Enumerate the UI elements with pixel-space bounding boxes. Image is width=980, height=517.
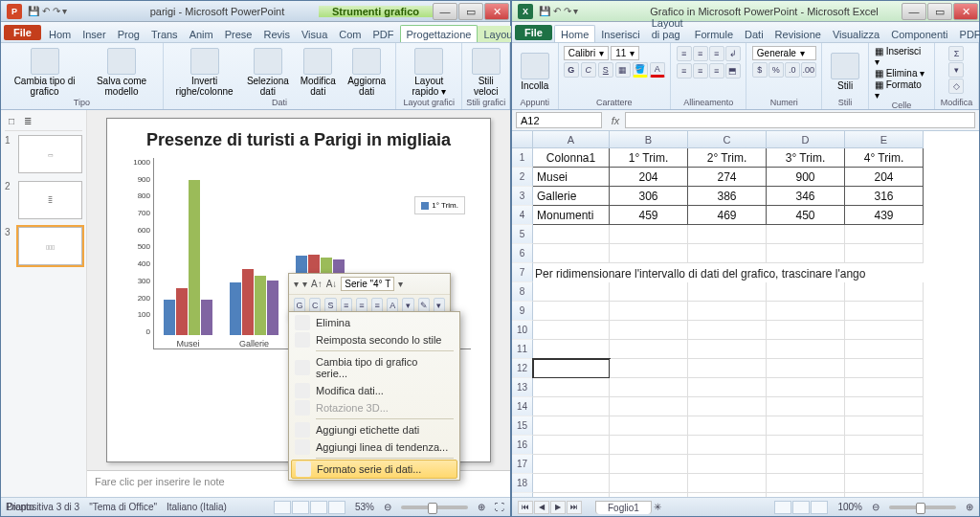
cell[interactable] (845, 359, 924, 378)
context-menu[interactable]: EliminaReimposta secondo lo stileCambia … (288, 311, 460, 481)
cell[interactable]: Gallerie (533, 187, 610, 206)
save-template-button[interactable]: Salva come modello (86, 48, 157, 97)
cell[interactable] (610, 340, 688, 359)
cell[interactable] (845, 397, 924, 416)
cell[interactable] (688, 416, 767, 436)
cell[interactable] (688, 244, 767, 263)
cell[interactable] (688, 340, 767, 359)
paste-button[interactable]: Incolla (518, 53, 552, 91)
cell[interactable]: 316 (845, 187, 924, 206)
bar-Gallerie-4° Trim.[interactable] (267, 281, 278, 335)
cell[interactable] (845, 282, 924, 302)
cell[interactable]: 450 (767, 206, 845, 225)
cell[interactable] (845, 455, 924, 474)
qat[interactable]: 💾 ↶ ↷ ▾ (28, 6, 67, 16)
cell[interactable] (767, 321, 845, 340)
cell[interactable] (610, 436, 688, 455)
cell[interactable]: 204 (845, 168, 924, 187)
col-header[interactable]: A (533, 131, 610, 148)
refresh-data-button[interactable]: Aggiorna dati (344, 48, 390, 97)
tab-anim[interactable]: Anim (184, 26, 219, 42)
italic-button[interactable]: C (581, 62, 596, 78)
cell[interactable]: 2° Trim. (688, 148, 767, 168)
cell[interactable] (845, 225, 924, 244)
tab-file[interactable]: File (4, 25, 41, 40)
thumb-1[interactable]: 1▭ (5, 135, 82, 173)
bar-Musei-3° Trim.[interactable] (189, 180, 200, 335)
series-selector[interactable] (341, 277, 394, 291)
col-header[interactable]: D (767, 131, 845, 148)
border-button[interactable]: ▦ (615, 62, 631, 78)
cell[interactable] (688, 455, 767, 474)
cell[interactable] (688, 493, 767, 497)
menu-item[interactable]: Formato serie di dati... (291, 460, 457, 479)
cell[interactable]: Colonna1 (533, 148, 610, 168)
cell[interactable] (610, 474, 688, 493)
cell[interactable] (688, 378, 767, 397)
cell[interactable] (767, 302, 845, 321)
cell[interactable] (688, 282, 767, 302)
cell[interactable] (610, 244, 688, 263)
cell[interactable] (688, 474, 767, 493)
row-header[interactable]: 13 (512, 378, 533, 397)
cell[interactable]: Monumenti (533, 206, 610, 225)
font-color-button[interactable]: A (650, 62, 665, 78)
number-format-select[interactable]: Generale▾ (752, 46, 816, 60)
cell[interactable] (533, 455, 610, 474)
cell[interactable] (533, 321, 610, 340)
menu-item[interactable]: Modifica dati... (291, 382, 457, 399)
xl-view-buttons[interactable] (774, 501, 828, 514)
fill-color-button[interactable]: 🪣 (633, 62, 648, 78)
xl-tab-file[interactable]: File (515, 25, 552, 40)
cell[interactable] (688, 359, 767, 378)
view-buttons[interactable] (274, 501, 345, 514)
cell[interactable] (767, 244, 845, 263)
tab-review[interactable]: Revis (257, 26, 296, 42)
cell[interactable] (767, 474, 845, 493)
cell[interactable] (688, 321, 767, 340)
row-header[interactable]: 9 (512, 302, 533, 321)
name-box[interactable] (516, 112, 602, 128)
row-header[interactable]: 15 (512, 416, 533, 436)
minimize-button[interactable]: — (433, 3, 457, 20)
xl-minimize-button[interactable]: — (902, 3, 926, 20)
cell[interactable]: 346 (767, 187, 845, 206)
row-header[interactable]: 10 (512, 321, 533, 340)
thumb-2[interactable]: 2≣ (5, 181, 82, 219)
xl-close-button[interactable]: ✕ (953, 3, 978, 20)
tab-view[interactable]: Visua (296, 26, 333, 42)
xl-tab-review[interactable]: Revisione (769, 26, 827, 42)
bar-Musei-1° Trim.[interactable] (164, 300, 175, 335)
chart-legend[interactable]: 1° Trim. (414, 196, 465, 214)
tab-pdf[interactable]: PDF (368, 26, 400, 42)
cell[interactable] (533, 340, 610, 359)
cell[interactable] (533, 225, 610, 244)
row-header[interactable]: 16 (512, 436, 533, 455)
tab-home[interactable]: Hom (43, 26, 77, 42)
bar-Musei-2° Trim.[interactable] (176, 288, 188, 335)
clear-button[interactable]: ◇ (948, 79, 964, 94)
cell[interactable] (845, 416, 924, 436)
insert-cells-button[interactable]: ▦ Inserisci ▾ (875, 46, 928, 67)
row-header[interactable]: 5 (512, 225, 533, 244)
new-sheet-button[interactable]: ✳ (654, 502, 661, 512)
cell[interactable] (845, 244, 924, 263)
row-header[interactable]: 18 (512, 474, 533, 493)
cell[interactable] (610, 378, 688, 397)
row-header[interactable]: 3 (512, 187, 533, 206)
row-header[interactable]: 17 (512, 455, 533, 474)
language-indicator[interactable]: Italiano (Italia) (167, 502, 227, 512)
delete-cells-button[interactable]: ▦ Elimina ▾ (875, 68, 928, 79)
chart-styles-button[interactable]: Stili veloci (468, 48, 503, 97)
bar-Gallerie-2° Trim.[interactable] (242, 269, 254, 335)
cell[interactable]: 439 (845, 206, 924, 225)
row-header[interactable]: 7 (512, 263, 533, 282)
tab-chart-design[interactable]: Progettazione (400, 25, 479, 42)
cell[interactable]: 386 (688, 187, 767, 206)
tab-trans[interactable]: Trans (145, 26, 184, 42)
change-chart-type-button[interactable]: Cambia tipo di grafico (7, 48, 82, 97)
cell[interactable] (533, 474, 610, 493)
xl-zoom-value[interactable]: 100% (837, 502, 862, 512)
cell[interactable] (767, 397, 845, 416)
cell[interactable]: 469 (688, 206, 767, 225)
